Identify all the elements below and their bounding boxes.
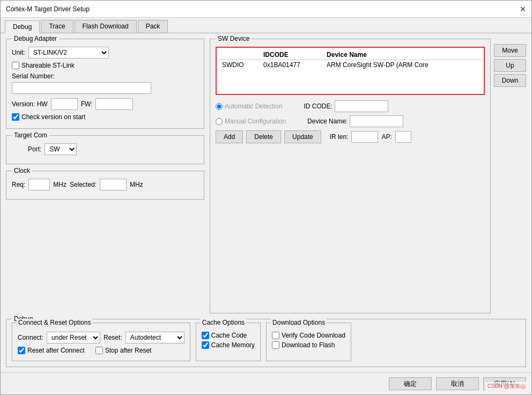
check-version-row: Check version on start [12, 113, 198, 121]
manual-config-radio[interactable] [216, 118, 223, 125]
req-input[interactable]: 10 [28, 179, 50, 191]
row-idcode: 0x1BA01477 [260, 60, 323, 70]
clock-title: Clock [12, 167, 32, 174]
stop-after-reset-row: Stop after Reset [95, 347, 152, 354]
col-idcode: IDCODE [260, 50, 323, 60]
check-version-label: Check version on start [21, 113, 85, 121]
update-button[interactable]: Update [284, 130, 321, 143]
shareable-checkbox[interactable] [12, 62, 19, 69]
cancel-button[interactable]: 取消 [436, 377, 479, 390]
auto-detection-label: Automatic Detection [225, 103, 282, 110]
row-port: SWDIO [219, 60, 260, 70]
stop-after-reset-checkbox[interactable] [95, 347, 103, 354]
sw-table-container: IDCODE Device Name SWDIO 0x1BA01477 ARM … [216, 47, 485, 98]
id-code-row: ID CODE: [304, 100, 388, 112]
manual-row: Manual Configuration Device Name: [216, 115, 485, 127]
fw-input[interactable]: V2J40S7 [95, 98, 133, 110]
debug-adapter-title: Debug Adapter [12, 35, 59, 42]
move-button[interactable]: Move [494, 44, 526, 57]
cache-memory-label: Cache Memory [211, 341, 255, 349]
download-options-title: Download Options [271, 319, 327, 326]
hw-input[interactable]: V2 [51, 98, 78, 110]
cache-memory-row: Cache Memory [202, 341, 255, 349]
cache-code-checkbox[interactable] [202, 332, 209, 339]
device-name-input[interactable] [350, 115, 403, 127]
connect-reset-title: Connect & Reset Options [17, 319, 92, 326]
auto-detection-radio[interactable] [216, 103, 223, 110]
down-button[interactable]: Down [494, 74, 526, 87]
verify-code-checkbox[interactable] [272, 332, 279, 339]
cache-code-label: Cache Code [211, 332, 247, 339]
tab-debug[interactable]: Debug [5, 20, 40, 33]
clock-row: Req: 10 MHz Selected: 1.800 MHz [12, 179, 198, 191]
target-com-group: Target Com Port: SW JTAG [6, 135, 204, 164]
cache-options-title: Cache Options [201, 319, 246, 326]
move-buttons: Move Up Down [494, 39, 526, 313]
ir-len-label: IR len: [330, 133, 349, 141]
watermark: CSDN @东东山 [485, 382, 528, 391]
ap-label: AP: [381, 133, 391, 141]
download-flash-row: Download to Flash [272, 341, 345, 349]
auto-detection-row: Automatic Detection [216, 100, 282, 112]
target-com-title: Target Com [12, 131, 49, 139]
selected-label: Selected: [70, 181, 97, 188]
selected-input[interactable]: 1.800 [100, 179, 127, 191]
debug-adapter-group: Debug Adapter Unit: ST-LINK/V2 Shareable… [6, 39, 204, 129]
debug-section: Debug Connect & Reset Options Connect: u… [6, 319, 526, 367]
idcode-label: ID CODE: [304, 103, 332, 110]
delete-button[interactable]: Delete [246, 130, 281, 143]
table-row: SWDIO 0x1BA01477 ARM CoreSight SW-DP (AR… [219, 60, 482, 70]
cache-code-row: Cache Code [202, 332, 255, 339]
download-flash-checkbox[interactable] [272, 341, 279, 349]
idcode-input[interactable] [335, 100, 388, 112]
tab-pack[interactable]: Pack [138, 20, 168, 33]
unit-label: Unit: [12, 49, 25, 56]
reset-select[interactable]: Autodetect SYSRESETREQ VECTRESET Softwar… [125, 332, 184, 343]
window-title: Cortex-M Target Driver Setup [6, 5, 90, 13]
close-button[interactable]: ✕ [520, 5, 526, 13]
tab-trace[interactable]: Trace [41, 20, 73, 33]
clock-group: Clock Req: 10 MHz Selected: 1.800 MHz [6, 171, 204, 200]
req-label: Req: [12, 181, 25, 188]
cache-memory-checkbox[interactable] [202, 341, 209, 349]
serial-label: Serial Number: [12, 72, 198, 80]
sw-device-group: SW Device IDCODE Device Name [210, 39, 491, 313]
ir-len-input[interactable] [351, 131, 378, 143]
unit-select[interactable]: ST-LINK/V2 [28, 47, 109, 58]
tab-flash-download[interactable]: Flash Download [75, 20, 137, 33]
unit-row: Unit: ST-LINK/V2 [12, 47, 198, 58]
manual-config-label: Manual Configuration [225, 118, 286, 125]
reset-after-connect-checkbox[interactable] [18, 347, 25, 354]
shareable-row: Shareable ST-Link [12, 62, 198, 69]
cache-checkboxes: Cache Code Cache Memory [202, 332, 255, 349]
serial-input[interactable]: 50FF6C064882505146420887 [12, 82, 151, 94]
download-checkboxes: Verify Code Download Download to Flash [272, 332, 345, 349]
add-button[interactable]: Add [216, 130, 243, 143]
connect-reset-box: Connect & Reset Options Connect: under R… [12, 323, 190, 361]
reset-label: Reset: [104, 334, 122, 341]
fw-label: FW: [81, 100, 93, 108]
connect-select[interactable]: under Reset with Pre-Reset Normal Connec… [47, 332, 100, 343]
col-port [219, 50, 260, 60]
serial-section: Serial Number: 50FF6C064882505146420887 [12, 72, 198, 94]
col-device-name: Device Name [323, 50, 482, 60]
up-button[interactable]: Up [494, 59, 526, 72]
device-name-row: Device Name: [307, 115, 403, 127]
port-label: Port: [28, 145, 41, 153]
cache-options-box: Cache Options Cache Code Cache Memory [196, 323, 261, 361]
top-row: Debug Adapter Unit: ST-LINK/V2 Shareable… [6, 39, 526, 313]
ok-button[interactable]: 确定 [389, 377, 432, 390]
mhz2-label: MHz [130, 181, 143, 188]
device-name-field-label: Device Name: [307, 118, 348, 125]
sw-device-title: SW Device [216, 35, 252, 42]
check-version-checkbox[interactable] [12, 113, 19, 121]
download-flash-label: Download to Flash [282, 341, 335, 349]
tab-bar: Debug Trace Flash Download Pack [1, 18, 531, 33]
connect-row: Connect: under Reset with Pre-Reset Norm… [18, 332, 184, 343]
connect-label: Connect: [18, 334, 43, 341]
ap-input[interactable]: 0 [395, 131, 411, 143]
port-select[interactable]: SW JTAG [45, 143, 77, 155]
main-window: Cortex-M Target Driver Setup ✕ Debug Tra… [0, 0, 532, 395]
sw-device-box: IDCODE Device Name SWDIO 0x1BA01477 ARM … [216, 47, 485, 95]
download-options-box: Download Options Verify Code Download Do… [266, 323, 351, 361]
